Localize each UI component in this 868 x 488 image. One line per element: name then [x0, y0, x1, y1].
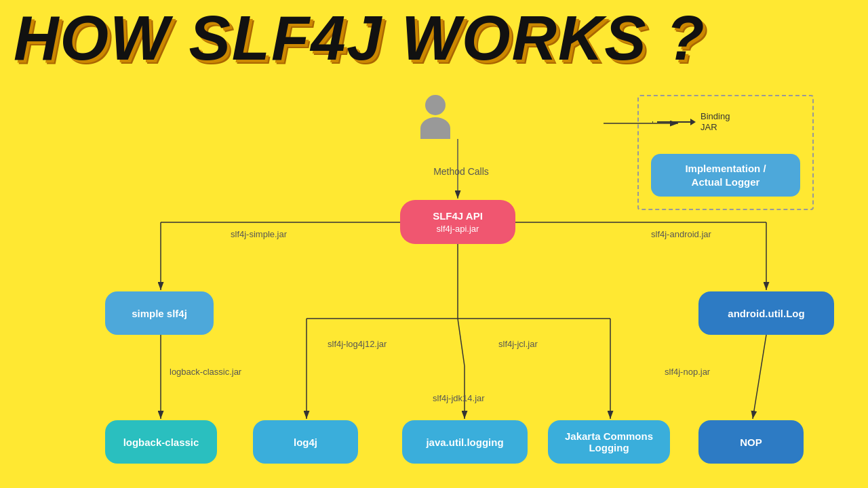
legend-binding: Binding JAR — [652, 111, 730, 132]
page-title: HOW SLF4J WORKS ? — [14, 7, 705, 69]
jar-label: slf4j-simple.jar — [231, 229, 287, 239]
svg-line-16 — [753, 335, 766, 419]
node-log4j: log4j — [253, 420, 358, 464]
method-calls-label: Method Calls — [420, 166, 502, 177]
jar-label: slf4j-log4j12.jar — [328, 339, 387, 349]
node-jakarta: Jakarta CommonsLogging — [548, 420, 670, 464]
node-java_util: java.util.logging — [402, 420, 528, 464]
diagram-svg — [0, 0, 868, 488]
jar-label: slf4j-android.jar — [651, 229, 711, 239]
person-icon — [420, 95, 450, 139]
node-nop: NOP — [698, 420, 804, 464]
legend-box: Binding JAR Implementation /Actual Logge… — [637, 95, 814, 210]
node-simple: simple slf4j — [105, 291, 214, 335]
slf4j-api-box: SLF4J API slf4j-api.jar — [400, 200, 515, 244]
jar-label: slf4j-jdk14.jar — [433, 393, 485, 403]
node-logback: logback-classic — [105, 420, 217, 464]
jar-label: slf4j-nop.jar — [665, 367, 710, 377]
legend-impl-box: Implementation /Actual Logger — [651, 154, 800, 197]
node-android: android.util.Log — [698, 291, 834, 335]
svg-line-12 — [458, 319, 465, 366]
jar-label: logback-classic.jar — [170, 367, 241, 377]
legend-binding-text: Binding JAR — [701, 111, 730, 132]
jar-label: slf4j-jcl.jar — [498, 339, 538, 349]
